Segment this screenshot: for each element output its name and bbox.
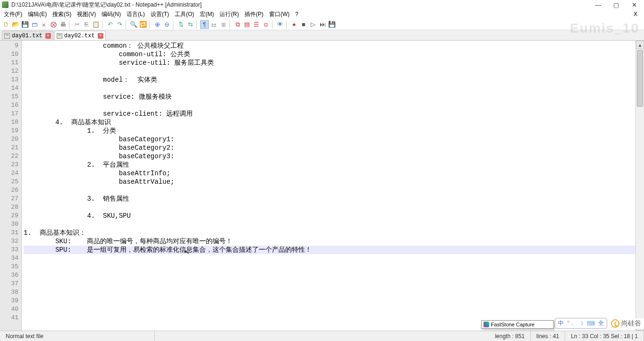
record-macro-icon[interactable]: ●	[290, 20, 298, 29]
code-line[interactable]: service: 微服务模块	[24, 93, 636, 101]
find-icon[interactable]: 🔍	[129, 20, 138, 29]
line-number: 41	[0, 314, 18, 322]
close-button[interactable]: ✕	[630, 0, 638, 9]
sync-v-icon[interactable]: ⇅	[177, 20, 185, 29]
tab-label: day01.txt	[12, 33, 42, 39]
menu-file[interactable]: 文件(F)	[2, 10, 24, 18]
func-list-icon[interactable]: ☰	[252, 20, 261, 29]
menubar-close[interactable]: X	[629, 11, 642, 17]
minimize-button[interactable]: —	[594, 0, 602, 9]
scroll-up-icon[interactable]: ▲	[636, 41, 644, 49]
code-line[interactable]	[24, 84, 636, 93]
close-all-icon[interactable]: ⨂	[49, 20, 58, 29]
ime-zhong[interactable]: 中	[557, 319, 565, 327]
menu-window[interactable]: 窗口(W)	[267, 10, 291, 18]
zoom-out-icon[interactable]: ⊖	[162, 20, 171, 29]
code-line[interactable]	[24, 67, 636, 76]
code-line[interactable]: SPU: 是一组可复用，易检索的标准化信息集合，这个集合描述了一个产品的特性！	[24, 246, 636, 254]
code-line[interactable]	[24, 186, 636, 195]
code-line[interactable]: 1. 分类	[24, 127, 636, 135]
maximize-button[interactable]: ▢	[612, 0, 620, 9]
stop-macro-icon[interactable]: ■	[299, 20, 308, 29]
tab-day01[interactable]: day01.txt ×	[2, 31, 53, 40]
menu-settings[interactable]: 设置(T)	[149, 10, 171, 18]
code-line[interactable]: 4. 商品基本知识	[24, 118, 636, 127]
ime-moon-icon[interactable]: ☽	[577, 320, 585, 327]
tab-close-icon[interactable]: ×	[45, 33, 51, 39]
paste-icon[interactable]: 📋	[92, 20, 100, 29]
print-icon[interactable]: 🖶	[59, 20, 67, 29]
menu-tools[interactable]: 工具(O)	[173, 10, 196, 18]
menu-search[interactable]: 搜索(S)	[51, 10, 73, 18]
menu-run[interactable]: 运行(R)	[218, 10, 241, 18]
code-line[interactable]	[24, 203, 636, 212]
save-all-icon[interactable]: 🗃	[30, 20, 39, 29]
undo-icon[interactable]: ↶	[106, 20, 114, 29]
code-line[interactable]: SKU: 商品的唯一编号，每种商品均对应有唯一的编号！	[24, 237, 636, 246]
ime-punct-icon[interactable]: °，	[566, 319, 576, 327]
play-macro-icon[interactable]: ▷	[309, 20, 317, 29]
code-line[interactable]: 3. 销售属性	[24, 195, 636, 203]
ime-toolbar[interactable]: 中 °， ☽ ⌨ 全	[555, 318, 607, 329]
wordwrap-icon[interactable]: ¶	[200, 20, 209, 29]
code-line[interactable]	[24, 263, 636, 271]
ime-keyboard-icon[interactable]: ⌨	[586, 320, 596, 327]
code-line[interactable]: 2. 平台属性	[24, 161, 636, 169]
save-icon[interactable]: 💾	[21, 20, 29, 29]
code-line[interactable]: service-client: 远程调用	[24, 110, 636, 118]
scroll-thumb[interactable]	[637, 50, 643, 107]
open-file-icon[interactable]: 📂	[11, 20, 20, 29]
menu-help[interactable]: ?	[293, 11, 300, 17]
cut-icon[interactable]: ✂	[73, 20, 81, 29]
save-macro-icon[interactable]: 💾	[328, 20, 336, 29]
doc-switcher-icon[interactable]: ⧈	[262, 20, 270, 29]
code-line[interactable]: service-util: 服务层工具类	[24, 59, 636, 67]
code-line[interactable]	[24, 305, 636, 314]
code-line[interactable]	[24, 220, 636, 229]
code-line[interactable]: model： 实体类	[24, 76, 636, 84]
menu-view[interactable]: 视图(V)	[75, 10, 98, 18]
new-file-icon[interactable]: 🗋	[2, 20, 10, 29]
menu-macro[interactable]: 宏(M)	[198, 10, 216, 18]
ime-full[interactable]: 全	[597, 319, 605, 327]
copy-icon[interactable]: ⎘	[82, 20, 91, 29]
zoom-in-icon[interactable]: ⊕	[153, 20, 161, 29]
redo-icon[interactable]: ↷	[115, 20, 124, 29]
code-line[interactable]	[24, 297, 636, 305]
doc-map-icon[interactable]: ▤	[243, 20, 251, 29]
app-icon	[2, 1, 8, 8]
line-number: 34	[0, 254, 18, 263]
vertical-scrollbar[interactable]: ▲ ▼	[636, 41, 644, 331]
titlebar: D:\1021JAVA\电商\笔记课件\随堂笔记\day02.txt - Not…	[0, 0, 644, 9]
play-multi-icon[interactable]: ⏭	[318, 20, 327, 29]
menu-plugins[interactable]: 插件(P)	[243, 10, 265, 18]
faststone-capture-toolbar[interactable]: FastStone Capture	[481, 320, 554, 329]
folder-tree-icon[interactable]: ⧉	[233, 20, 242, 29]
replace-icon[interactable]: 🔁	[139, 20, 147, 29]
code-line[interactable]	[24, 280, 636, 288]
code-line[interactable]: common： 公共模块父工程	[24, 42, 636, 50]
sync-h-icon[interactable]: ⇆	[186, 20, 195, 29]
menu-encoding[interactable]: 编码(N)	[100, 10, 123, 18]
code-line[interactable]	[24, 288, 636, 297]
code-line[interactable]: 4. SKU,SPU	[24, 212, 636, 220]
code-line[interactable]	[24, 101, 636, 110]
code-line[interactable]: baseCategory1:	[24, 135, 636, 144]
tab-close-icon[interactable]: ×	[98, 33, 103, 39]
code-line[interactable]: common-util: 公共类	[24, 50, 636, 59]
code-line[interactable]: 1. 商品基本知识：	[24, 229, 636, 237]
code-line[interactable]	[24, 271, 636, 280]
menu-edit[interactable]: 编辑(E)	[26, 10, 49, 18]
show-all-icon[interactable]: ⚏	[210, 20, 218, 29]
code-line[interactable]: baseAttrInfo;	[24, 169, 636, 178]
code-area[interactable]: common： 公共模块父工程 common-util: 公共类 service…	[22, 41, 636, 331]
code-line[interactable]: baseAttrValue;	[24, 178, 636, 186]
monitor-icon[interactable]: 👁	[276, 20, 284, 29]
indent-guide-icon[interactable]: ⫼	[219, 20, 228, 29]
code-line[interactable]	[24, 254, 636, 263]
code-line[interactable]: baseCategory3:	[24, 152, 636, 161]
menu-language[interactable]: 语言(L)	[125, 10, 147, 18]
tab-day02[interactable]: day02.txt ×	[54, 31, 106, 40]
code-line[interactable]: baseCategory2:	[24, 144, 636, 152]
close-file-icon[interactable]: ⨉	[40, 20, 48, 29]
